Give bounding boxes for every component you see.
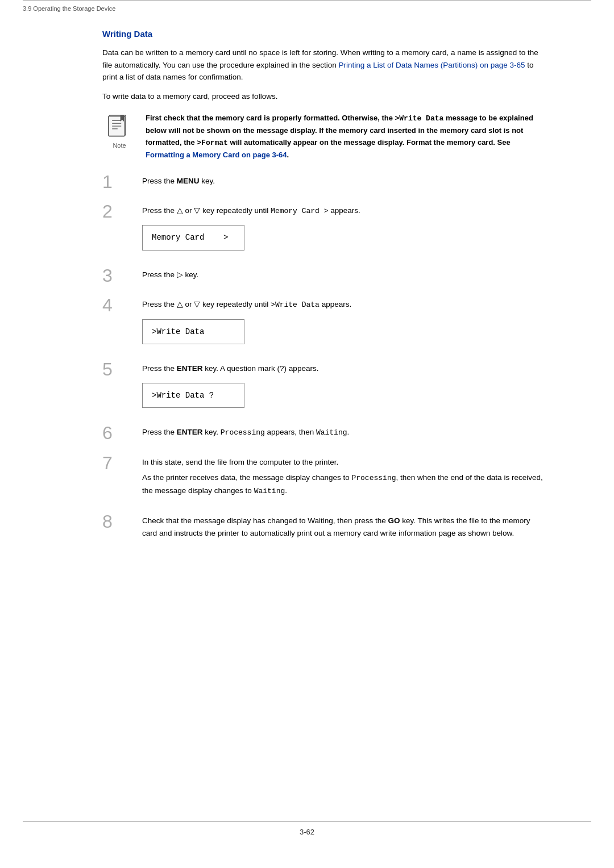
- step-7-text: In this state, send the file from the co…: [142, 456, 546, 469]
- step-4-content: Press the △ or ▽ key repeatedly until >W…: [142, 295, 546, 349]
- step-6-bold: ENTER: [177, 428, 203, 436]
- step-3-content: Press the ▷ key.: [142, 265, 546, 285]
- step-7-number: 7: [102, 453, 142, 472]
- step-1-number: 1: [102, 172, 142, 191]
- step-5-lcd: >Write Data ?: [142, 383, 244, 408]
- step-4-code: >Write Data: [271, 301, 320, 309]
- step-1-bold: MENU: [177, 177, 200, 185]
- step-4-number: 4: [102, 295, 142, 314]
- step-3: 3 Press the ▷ key.: [102, 265, 546, 285]
- step-5-number: 5: [102, 359, 142, 378]
- note-text: First check that the memory card is prop…: [146, 112, 546, 161]
- content-area: Writing Data Data can be written to a me…: [102, 18, 546, 542]
- step-4-lcd: >Write Data: [142, 319, 244, 344]
- step-7-code1: Processing: [351, 474, 396, 482]
- page-number: 3-62: [0, 822, 614, 845]
- step-8-bold: GO: [388, 516, 400, 525]
- note-label: Note: [113, 142, 126, 149]
- step-1: 1 Press the MENU key.: [102, 172, 546, 191]
- steps-list: 1 Press the MENU key. 2 Press the △ or ▽…: [102, 172, 546, 543]
- note-box: Note First check that the memory card is…: [102, 112, 546, 161]
- step-5-text: Press the ENTER key. A question mark (?)…: [142, 362, 546, 375]
- header-label: 3.9 Operating the Storage Device: [23, 5, 591, 18]
- step-7: 7 In this state, send the file from the …: [102, 453, 546, 501]
- section-title: Writing Data: [102, 29, 546, 39]
- intro-para2: To write data to a memory card, proceed …: [102, 90, 546, 103]
- step-7-subtext: As the printer receives data, the messag…: [142, 471, 546, 498]
- step-7-content: In this state, send the file from the co…: [142, 453, 546, 501]
- step-1-text: Press the MENU key.: [142, 175, 546, 187]
- step-2-content: Press the △ or ▽ key repeatedly until Me…: [142, 201, 546, 255]
- note-code1: >Write Data: [395, 114, 444, 123]
- intro-para1: Data can be written to a memory card unt…: [102, 47, 546, 84]
- step-6-code1: Processing: [221, 428, 265, 437]
- step-2-code: Memory Card >: [271, 207, 328, 215]
- step-8: 8 Check that the message display has cha…: [102, 511, 546, 542]
- note-code2: >Format: [197, 139, 228, 147]
- step-2-lcd: Memory Card >: [142, 225, 244, 250]
- top-rule: [23, 0, 591, 5]
- step-4: 4 Press the △ or ▽ key repeatedly until …: [102, 295, 546, 349]
- step-1-content: Press the MENU key.: [142, 172, 546, 191]
- intro-link1[interactable]: Printing a List of Data Names (Partition…: [339, 61, 525, 69]
- step-6-text: Press the ENTER key. Processing appears,…: [142, 426, 546, 439]
- step-5-content: Press the ENTER key. A question mark (?)…: [142, 359, 546, 412]
- step-5-bold: ENTER: [177, 364, 203, 373]
- step-5: 5 Press the ENTER key. A question mark (…: [102, 359, 546, 412]
- step-6: 6 Press the ENTER key. Processing appear…: [102, 423, 546, 443]
- step-2-text: Press the △ or ▽ key repeatedly until Me…: [142, 205, 546, 218]
- note-icon-area: Note: [102, 112, 136, 149]
- step-4-text: Press the △ or ▽ key repeatedly until >W…: [142, 298, 546, 311]
- step-8-content: Check that the message display has chang…: [142, 511, 546, 542]
- step-3-number: 3: [102, 265, 142, 285]
- step-6-number: 6: [102, 423, 142, 442]
- step-7-code2: Waiting: [254, 487, 285, 495]
- step-3-text: Press the ▷ key.: [142, 269, 546, 281]
- note-link[interactable]: Formatting a Memory Card on page 3-64: [146, 151, 287, 159]
- step-2: 2 Press the △ or ▽ key repeatedly until …: [102, 201, 546, 255]
- step-6-content: Press the ENTER key. Processing appears,…: [142, 423, 546, 443]
- page: 3.9 Operating the Storage Device Writing…: [0, 0, 614, 868]
- step-8-number: 8: [102, 511, 142, 531]
- step-2-number: 2: [102, 201, 142, 220]
- note-icon-svg: [106, 112, 133, 140]
- step-6-code2: Waiting: [316, 428, 347, 437]
- step-8-text: Check that the message display has chang…: [142, 515, 546, 539]
